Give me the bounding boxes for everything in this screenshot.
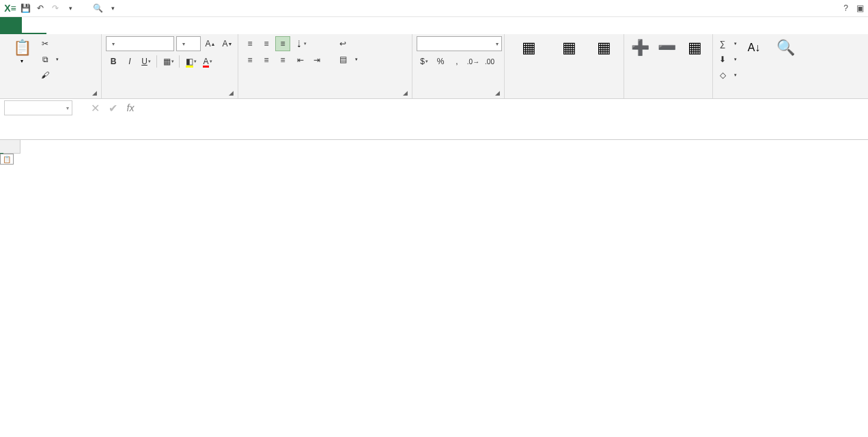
name-box[interactable]: ▾ bbox=[4, 100, 72, 115]
tab-data[interactable] bbox=[120, 17, 145, 34]
percent-button[interactable]: % bbox=[433, 54, 448, 69]
tab-insert[interactable] bbox=[46, 17, 71, 34]
align-left-icon[interactable]: ≡ bbox=[242, 53, 257, 68]
font-dialog-launcher-icon[interactable]: ◢ bbox=[229, 89, 234, 96]
delete-cells-button[interactable]: ➖ bbox=[655, 36, 679, 84]
clear-icon: ◇ bbox=[717, 70, 728, 80]
find-select-icon: 🔍 bbox=[776, 38, 795, 58]
fill-color-button[interactable]: ◧ bbox=[184, 54, 199, 69]
tab-view[interactable] bbox=[169, 17, 194, 34]
undo-icon[interactable]: ↶ bbox=[34, 2, 46, 14]
tab-review[interactable] bbox=[145, 17, 169, 34]
save-icon[interactable]: 💾 bbox=[19, 2, 31, 14]
merge-center-button[interactable]: ▤▾ bbox=[337, 52, 358, 67]
comma-button[interactable]: , bbox=[449, 54, 464, 69]
cell-styles-button[interactable]: ▦ bbox=[589, 36, 618, 84]
clipboard-dialog-launcher-icon[interactable]: ◢ bbox=[92, 89, 97, 96]
alignment-dialog-launcher-icon[interactable]: ◢ bbox=[403, 89, 408, 96]
cell-styles-icon: ▦ bbox=[597, 38, 611, 58]
format-painter-icon: 🖌 bbox=[40, 70, 51, 80]
paste-button[interactable]: 📋 ▾ bbox=[7, 36, 37, 84]
clear-button[interactable]: ◇▾ bbox=[717, 68, 737, 83]
format-painter-button[interactable]: 🖌 bbox=[40, 68, 59, 83]
format-as-table-icon: ▦ bbox=[562, 38, 576, 58]
currency-button[interactable]: $ bbox=[417, 54, 432, 69]
merge-icon: ▤ bbox=[337, 55, 348, 64]
fill-button[interactable]: ⬇▾ bbox=[717, 52, 737, 67]
format-as-table-button[interactable]: ▦ bbox=[551, 36, 587, 84]
format-cells-button[interactable]: ▦ bbox=[682, 36, 708, 84]
borders-button[interactable]: ▦ bbox=[161, 54, 176, 69]
tab-file[interactable] bbox=[0, 17, 22, 34]
italic-button[interactable]: I bbox=[122, 54, 137, 69]
font-color-button[interactable]: A bbox=[200, 54, 215, 69]
copy-button[interactable]: ⧉▾ bbox=[40, 52, 59, 67]
formula-bar-input[interactable] bbox=[139, 100, 868, 115]
cut-button[interactable]: ✂ bbox=[40, 36, 59, 51]
align-top-icon[interactable]: ≡ bbox=[242, 36, 257, 51]
decrease-indent-icon[interactable]: ⇤ bbox=[293, 53, 308, 68]
paste-icon: 📋 bbox=[13, 38, 31, 58]
align-center-icon[interactable]: ≡ bbox=[259, 53, 274, 68]
increase-indent-icon[interactable]: ⇥ bbox=[309, 53, 324, 68]
paste-options-button[interactable]: 📋 bbox=[0, 154, 14, 165]
conditional-formatting-button[interactable]: ▦ bbox=[509, 36, 548, 84]
number-dialog-launcher-icon[interactable]: ◢ bbox=[495, 89, 500, 96]
format-cells-icon: ▦ bbox=[688, 38, 702, 58]
insert-cells-icon: ➕ bbox=[631, 38, 649, 58]
decrease-decimal-icon[interactable]: .00 bbox=[482, 54, 497, 69]
sort-filter-icon: A↓ bbox=[748, 38, 761, 58]
tab-formulas[interactable] bbox=[96, 17, 120, 34]
bold-button[interactable]: B bbox=[106, 54, 121, 69]
fill-icon: ⬇ bbox=[717, 55, 728, 64]
grow-font-icon[interactable]: A▲ bbox=[203, 36, 218, 51]
font-size-combo[interactable]: ▾ bbox=[176, 36, 201, 51]
cancel-formula-icon[interactable]: ✕ bbox=[86, 100, 104, 115]
conditional-formatting-icon: ▦ bbox=[522, 38, 536, 58]
font-name-combo[interactable]: ▾ bbox=[106, 36, 174, 51]
tab-pagelayout[interactable] bbox=[71, 17, 96, 34]
insert-cells-button[interactable]: ➕ bbox=[628, 36, 652, 84]
ribbon-display-icon[interactable]: ▣ bbox=[856, 3, 864, 13]
wrap-text-icon: ↩ bbox=[337, 39, 348, 48]
autosum-icon: ∑ bbox=[717, 39, 728, 48]
copy-icon: ⧉ bbox=[40, 55, 51, 64]
insert-function-icon[interactable]: fx bbox=[122, 100, 139, 115]
number-format-combo[interactable]: ▾ bbox=[417, 36, 502, 51]
delete-cells-icon: ➖ bbox=[658, 38, 676, 58]
shrink-font-icon[interactable]: A▼ bbox=[220, 36, 235, 51]
underline-button[interactable]: U bbox=[139, 54, 154, 69]
qat-more-icon[interactable]: ▾ bbox=[107, 2, 119, 14]
tab-home[interactable] bbox=[22, 17, 46, 34]
touch-mode-icon[interactable]: 🔍 bbox=[92, 2, 104, 14]
select-all-corner[interactable] bbox=[0, 140, 20, 154]
align-right-icon[interactable]: ≡ bbox=[275, 53, 290, 68]
enter-formula-icon[interactable]: ✔ bbox=[104, 100, 122, 115]
align-bottom-icon[interactable]: ≡ bbox=[275, 36, 290, 51]
sort-filter-button[interactable]: A↓ bbox=[740, 36, 768, 84]
align-middle-icon[interactable]: ≡ bbox=[259, 36, 274, 51]
redo-icon[interactable]: ↷ bbox=[49, 2, 61, 14]
help-icon[interactable]: ? bbox=[843, 3, 848, 13]
increase-decimal-icon[interactable]: .0→ bbox=[466, 54, 481, 69]
excel-logo-icon: X≡ bbox=[4, 2, 16, 14]
find-select-button[interactable]: 🔍 bbox=[771, 36, 800, 84]
cut-icon: ✂ bbox=[40, 39, 51, 48]
wrap-text-button[interactable]: ↩ bbox=[337, 36, 358, 51]
qat-customize-icon[interactable]: ▾ bbox=[64, 2, 76, 14]
autosum-button[interactable]: ∑▾ bbox=[717, 36, 737, 51]
orientation-icon[interactable]: ⭭ bbox=[293, 36, 308, 51]
